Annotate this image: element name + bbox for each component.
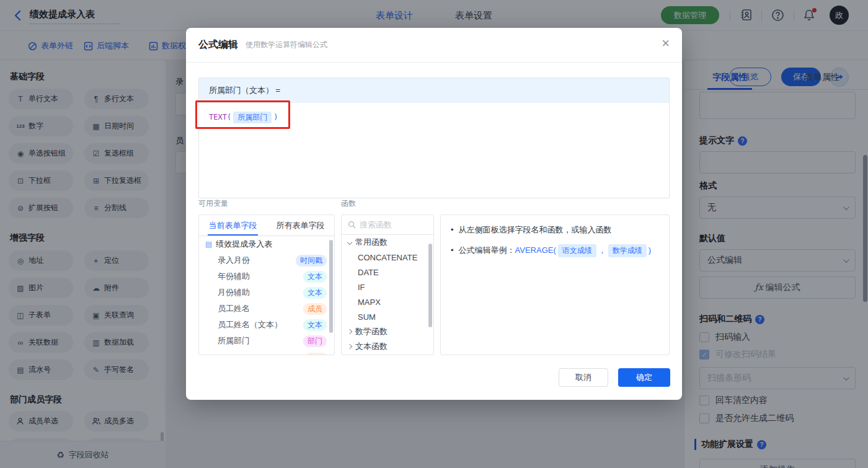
tab-current-form-fields[interactable]: 当前表单字段 (199, 215, 267, 236)
function-group-common[interactable]: 常用函数 (342, 235, 433, 250)
close-icon[interactable]: × (662, 37, 670, 50)
modal-header: 公式编辑 使用数学运算符编辑公式 × (186, 28, 682, 63)
example-chip: 数学成绩 (608, 244, 647, 257)
example-chip: 语文成绩 (558, 244, 596, 257)
function-item[interactable]: SUM (342, 309, 433, 324)
variables-label: 可用变量 (198, 198, 228, 209)
variables-scrollbar[interactable] (329, 240, 333, 333)
functions-label: 函数 (341, 198, 356, 209)
variable-row[interactable]: 年份辅助文本 (199, 268, 334, 285)
type-badge-clipped (306, 353, 327, 355)
function-search-input[interactable] (360, 220, 422, 229)
variables-panel: 当前表单字段 所有表单字段 ▤ 绩效提成录入表 录入月份时间戳 年份辅助文本 月… (198, 214, 335, 355)
tab-all-form-fields[interactable]: 所有表单字段 (267, 215, 334, 236)
help-line-1: • 从左侧面板选择字段名和函数，或输入函数 (451, 224, 659, 236)
modal-subtitle: 使用数学运算符编辑公式 (246, 40, 327, 50)
function-item[interactable]: DATE (342, 265, 433, 280)
form-doc-icon: ▤ (205, 240, 212, 249)
help-panel: • 从左侧面板选择字段名和函数，或输入函数 • 公式编辑举例：AVERAGE(语… (440, 214, 670, 355)
variable-row[interactable]: 月份辅助文本 (199, 285, 334, 301)
function-item[interactable]: MAPX (342, 294, 433, 309)
confirm-button[interactable]: 确定 (618, 368, 670, 387)
type-badge: 文本 (303, 319, 327, 331)
formula-target: 所属部门（文本） = (199, 78, 669, 103)
chevron-right-icon (347, 329, 352, 334)
help-line-2: • 公式编辑举例：AVERAGE(语文成绩，数学成绩) (451, 244, 659, 257)
search-icon (348, 221, 356, 229)
function-group-math[interactable]: 数学函数 (342, 324, 433, 339)
function-group-text[interactable]: 文本函数 (342, 339, 433, 354)
annotation-red-box (195, 100, 290, 129)
function-item[interactable]: IF (342, 280, 433, 294)
chevron-right-icon (347, 344, 352, 349)
variable-row[interactable]: 员工姓名成员 (199, 301, 334, 317)
formula-editor-modal: 公式编辑 使用数学运算符编辑公式 × 所属部门（文本） = TEXT(所属部门)… (186, 28, 682, 400)
variables-tabs: 当前表单字段 所有表单字段 (199, 215, 334, 236)
modal-title: 公式编辑 (198, 38, 238, 51)
variable-row[interactable]: 录入月份时间戳 (199, 252, 334, 268)
variable-row-clipped[interactable] (199, 349, 334, 355)
function-item[interactable]: CONCATENATE (342, 250, 433, 265)
type-badge: 文本 (303, 271, 327, 283)
functions-panel: 常用函数 CONCATENATE DATE IF MAPX SUM 数学函数 文… (341, 214, 434, 355)
variable-row[interactable]: 员工姓名（文本）文本 (199, 317, 334, 333)
type-badge: 文本 (303, 287, 327, 299)
chevron-down-icon (347, 240, 352, 245)
variable-row[interactable]: 所属部门部门 (199, 333, 334, 349)
functions-scrollbar[interactable] (428, 244, 432, 327)
cancel-button[interactable]: 取消 (559, 368, 608, 387)
variable-form-row[interactable]: ▤ 绩效提成录入表 (199, 236, 334, 252)
type-badge: 成员 (303, 303, 327, 315)
type-badge: 部门 (303, 335, 327, 347)
app-root: 绩效提成录入表 表单设计 表单设置 数据管理 政 表单外链 后端脚本 (0, 0, 868, 468)
type-badge: 时间戳 (296, 255, 327, 267)
formula-box: 所属部门（文本） = TEXT(所属部门) (198, 77, 670, 198)
function-search[interactable] (342, 215, 433, 235)
